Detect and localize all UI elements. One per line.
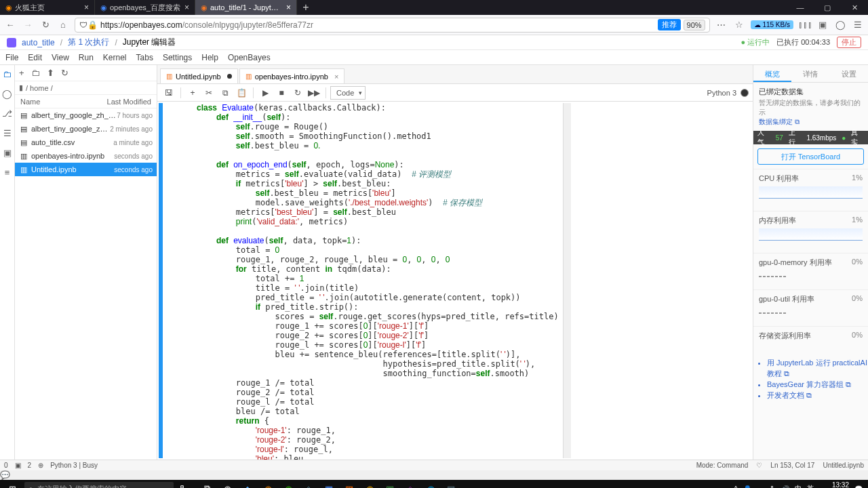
file-row[interactable]: ▤albert_tiny_google_zh_489k7 hours ago <box>15 108 157 122</box>
app7-icon[interactable]: ◉ <box>420 480 441 488</box>
home-button[interactable]: ⌂ <box>57 19 69 31</box>
menu-file[interactable]: File <box>5 53 18 62</box>
tray-ime1[interactable]: 中 <box>795 484 802 488</box>
cut-button[interactable]: ✂ <box>201 86 216 100</box>
app5-icon[interactable]: ▣ <box>380 480 400 488</box>
recommend-badge[interactable]: 推荐 <box>658 19 681 30</box>
sidebar-icon[interactable]: ▣ <box>816 19 829 31</box>
menu-help[interactable]: Help <box>201 53 218 62</box>
upload-icon[interactable]: ⬆ <box>47 68 54 78</box>
tabs-icon[interactable]: ▣ <box>3 148 12 158</box>
cell-type-select[interactable]: Code <box>330 86 366 100</box>
chrome-icon[interactable]: ◉ <box>217 480 237 488</box>
close-button[interactable]: ✕ <box>841 3 868 12</box>
menu-openbayes[interactable]: OpenBayes <box>228 53 271 62</box>
forward-button[interactable]: → <box>22 19 34 31</box>
tab-settings[interactable]: 设置 <box>830 65 868 82</box>
reload-button[interactable]: ↻ <box>39 19 52 31</box>
tray-net-icon[interactable]: 🖧 <box>769 485 776 489</box>
account-icon[interactable]: ◯ <box>834 19 846 31</box>
tab-untitled[interactable]: ▥Untitled.ipynb <box>160 68 238 83</box>
stop-button[interactable]: ■ <box>274 86 289 100</box>
run-link[interactable]: 第 1 次执行 <box>68 37 109 48</box>
address-input[interactable]: 🛡 🔒 https://openbayes.com/console/nlpygq… <box>75 18 710 33</box>
menu-run[interactable]: Run <box>79 53 94 62</box>
link-docs[interactable]: 开发者文档 ⧉ <box>767 390 868 401</box>
paste-button[interactable]: 📋 <box>234 86 249 100</box>
app8-icon[interactable]: ▤ <box>441 480 461 488</box>
sb-kernel[interactable]: Python 3 | Busy <box>50 462 98 469</box>
tray-cloud-icon[interactable]: ☁ <box>757 485 764 489</box>
link-practical-ai[interactable]: 用 JupyterLab 运行 practicalAI 教程 ⧉ <box>767 357 868 379</box>
mic-icon[interactable]: 🎙 <box>174 484 191 488</box>
tray-up-icon[interactable]: ^ <box>734 485 738 489</box>
menu-tabs[interactable]: Tabs <box>136 53 153 62</box>
back-button[interactable]: ← <box>4 19 16 31</box>
start-button[interactable]: ⊞ <box>0 484 24 489</box>
more-icon[interactable]: ⋯ <box>715 19 728 31</box>
new-folder-icon[interactable]: 🗀 <box>31 68 40 78</box>
commands-icon[interactable]: ☰ <box>3 128 12 138</box>
code-editor[interactable]: class Evaluate(keras.callbacks.Callback)… <box>163 103 563 458</box>
firefox-icon[interactable]: ◉ <box>258 480 278 488</box>
menu-settings[interactable]: Settings <box>163 53 192 62</box>
code-cell[interactable]: class Evaluate(keras.callbacks.Callback)… <box>157 102 753 460</box>
file-row[interactable]: ▤auto_title.csva minute ago <box>15 136 157 149</box>
close-icon[interactable]: × <box>286 3 291 12</box>
notification-icon[interactable]: 💬 <box>854 485 863 489</box>
sb-zero[interactable]: 0 <box>4 462 8 469</box>
minimize-button[interactable]: — <box>787 3 814 12</box>
tensorboard-button[interactable]: 打开 TensorBoard <box>757 148 864 165</box>
maximize-button[interactable]: ▢ <box>814 3 841 12</box>
app4-icon[interactable]: ◉ <box>359 480 380 488</box>
close-icon[interactable]: × <box>334 73 338 81</box>
sb-launcher[interactable]: ⊕ <box>38 462 43 469</box>
sb-two[interactable]: 2 <box>28 462 32 469</box>
sb-tab-icon[interactable]: ▣ <box>15 462 21 469</box>
tab-details[interactable]: 详情 <box>791 65 829 82</box>
browser-tab-1[interactable]: ◉火狐主页× <box>0 0 95 15</box>
project-link[interactable]: auto_title <box>22 38 55 47</box>
kernel-name[interactable]: Python 3 <box>707 89 736 97</box>
run-button[interactable]: ▶ <box>258 86 273 100</box>
menu-edit[interactable]: Edit <box>28 53 42 62</box>
folder-icon[interactable]: 🗀 <box>3 69 12 79</box>
search-box[interactable]: ○在这里输入你要搜索的内容 <box>24 482 174 488</box>
tray-people-icon[interactable]: 👤 <box>743 485 751 489</box>
copy-button[interactable]: ⧉ <box>218 86 233 100</box>
new-tab-button[interactable]: + <box>297 1 315 14</box>
refresh-icon[interactable]: ↻ <box>61 68 68 78</box>
vscode-icon[interactable]: ◈ <box>298 480 319 488</box>
wechat-icon[interactable]: ◉ <box>278 480 298 488</box>
menu-kernel[interactable]: Kernel <box>103 53 127 62</box>
link-bayesgear[interactable]: BayesGear 算力容器组 ⧉ <box>767 379 868 390</box>
extension-icon[interactable]: ≡ <box>5 167 10 178</box>
dataset-link[interactable]: 数据集绑定 ⧉ <box>759 117 863 127</box>
menu-icon[interactable]: ☰ <box>852 19 864 31</box>
tab-overview[interactable]: 概览 <box>753 65 791 82</box>
app-icon[interactable]: ◆ <box>237 480 258 488</box>
running-icon[interactable]: ◯ <box>2 89 12 99</box>
file-row[interactable]: ▥openbayes-intro.ipynbseconds ago <box>15 149 157 163</box>
browser-tab-2[interactable]: ◉openbayes_百度搜索× <box>95 0 195 15</box>
save-button[interactable]: 🖫 <box>161 86 176 100</box>
library-icon[interactable]: ⫿⫿⫿ <box>799 19 811 31</box>
tray-ime2[interactable]: 英 <box>807 484 814 488</box>
close-icon[interactable]: × <box>184 3 189 12</box>
file-row[interactable]: ▥Untitled.ipynbseconds ago <box>15 163 157 176</box>
git-icon[interactable]: ⎇ <box>2 108 12 119</box>
breadcrumb[interactable]: ▮ / home / <box>15 81 157 95</box>
chat-fab[interactable]: 💬 <box>0 470 868 480</box>
app6-icon[interactable]: ◈ <box>400 480 420 488</box>
clock[interactable]: 13:322020/3/21 <box>819 481 850 488</box>
openbayes-logo[interactable] <box>7 38 16 47</box>
app2-icon[interactable]: ▦ <box>319 480 339 488</box>
tray-vol-icon[interactable]: 🔊 <box>781 485 789 489</box>
insert-cell-button[interactable]: + <box>185 86 200 100</box>
stop-button[interactable]: 停止 <box>837 37 861 48</box>
tab-intro[interactable]: ▥openbayes-intro.ipynb× <box>239 68 345 83</box>
menu-view[interactable]: View <box>52 53 69 62</box>
browser-tab-3[interactable]: ◉auto_title/1 - Jupyter 编辑器× <box>195 0 297 15</box>
file-row[interactable]: ▤albert_tiny_google_zh_489k.zip2 minutes… <box>15 122 157 136</box>
star-icon[interactable]: ☆ <box>733 19 745 31</box>
